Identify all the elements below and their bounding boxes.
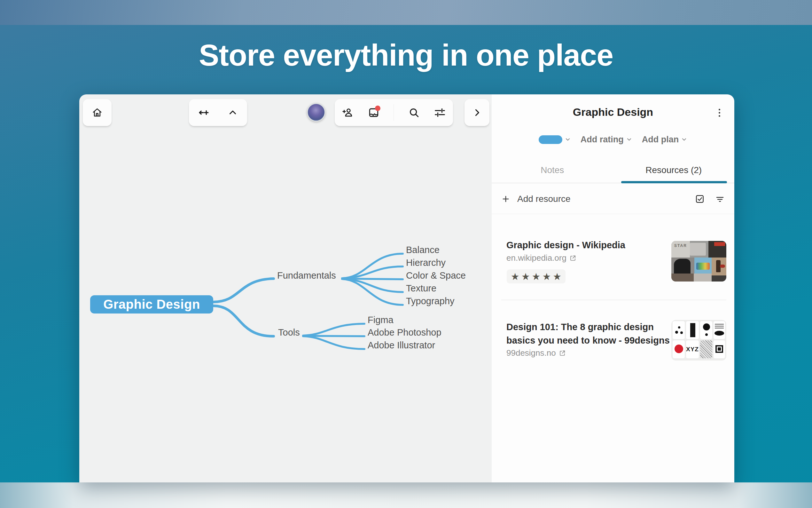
add-person-button[interactable] [342, 107, 354, 119]
gallery-button[interactable] [368, 107, 380, 119]
mindmap-node-photoshop[interactable]: Adobe Photoshop [368, 327, 441, 338]
mindmap-node-illustrator[interactable]: Adobe Illustrator [368, 340, 435, 351]
add-plan-dropdown[interactable]: Add plan [642, 135, 688, 144]
chevron-right-icon [471, 107, 483, 119]
bottom-reflection-band [0, 482, 812, 508]
add-plan-label: Add plan [642, 135, 679, 144]
mindmap-node-texture[interactable]: Texture [406, 283, 436, 294]
panel-title: Graphic Design [492, 106, 734, 118]
slide-root: Store everything in one place Graph [0, 0, 812, 508]
star-rating[interactable]: ★★★★★ [507, 269, 566, 284]
add-rating-dropdown[interactable]: Add rating [580, 135, 632, 144]
topic-meta-row: Add rating Add plan [492, 132, 734, 147]
add-resource-row: Add resource [492, 184, 734, 214]
mindmap-node-tools[interactable]: Tools [278, 327, 300, 338]
resource-link[interactable]: en.wikipedia.org [507, 253, 577, 263]
resource-divider [501, 300, 726, 300]
chevron-down-icon [565, 136, 571, 143]
add-resource-label[interactable]: Add resource [517, 194, 571, 204]
external-link-icon [559, 349, 566, 357]
tab-resources[interactable]: Resources (2) [613, 158, 735, 183]
external-link-icon [569, 254, 577, 262]
mindmap-node-fundamentals[interactable]: Fundamentals [277, 270, 336, 281]
pan-left-button[interactable] [198, 107, 210, 119]
panel-tabs: Notes Resources (2) [492, 158, 734, 183]
view-controls-card [189, 99, 247, 126]
active-tab-indicator [621, 181, 727, 183]
plus-icon[interactable] [501, 195, 510, 204]
search-button[interactable] [408, 107, 420, 119]
tune-button[interactable] [434, 107, 446, 119]
user-avatar[interactable] [307, 103, 326, 122]
actions-card [335, 99, 453, 126]
resource-title[interactable]: Graphic design - Wikipedia [507, 238, 673, 252]
mindmap-node-color-space[interactable]: Color & Space [406, 270, 466, 281]
mindmap-canvas[interactable]: Graphic Design Fundamentals Balance Hier… [79, 94, 492, 482]
color-tag-pill [539, 135, 562, 144]
chevron-down-icon [681, 136, 687, 143]
mindmap-node-balance[interactable]: Balance [406, 245, 439, 255]
home-icon [91, 107, 103, 119]
resource-link[interactable]: 99designs.no [507, 348, 566, 358]
resource-title[interactable]: Design 101: The 8 graphic design basics … [507, 320, 673, 347]
topic-side-panel: Graphic Design Add rating Add plan Notes [492, 94, 734, 482]
expand-panel-button[interactable] [465, 99, 489, 126]
mindmap-node-hierarchy[interactable]: Hierarchy [406, 257, 446, 268]
filter-icon[interactable] [715, 194, 725, 204]
notification-dot [375, 105, 380, 111]
top-band [0, 0, 812, 25]
resource-thumbnail: XYZ [671, 320, 726, 361]
slide-title: Store everything in one place [0, 38, 812, 73]
select-checkbox-icon[interactable] [695, 194, 705, 204]
toolbar-divider [393, 104, 394, 121]
collapse-toolbar-button[interactable] [227, 107, 239, 119]
mindmap-root-node[interactable]: Graphic Design [90, 295, 213, 313]
add-rating-label: Add rating [580, 135, 624, 144]
resource-thumbnail: STAR [671, 241, 726, 282]
mindmap-node-typography[interactable]: Typography [406, 296, 455, 306]
panel-menu-button[interactable] [715, 107, 724, 118]
app-window: Graphic Design Fundamentals Balance Hier… [79, 94, 734, 482]
tab-notes[interactable]: Notes [492, 158, 613, 183]
home-button[interactable] [83, 99, 111, 126]
color-tag-dropdown[interactable] [539, 135, 571, 144]
mindmap-node-figma[interactable]: Figma [368, 315, 393, 325]
chevron-down-icon [626, 136, 632, 143]
